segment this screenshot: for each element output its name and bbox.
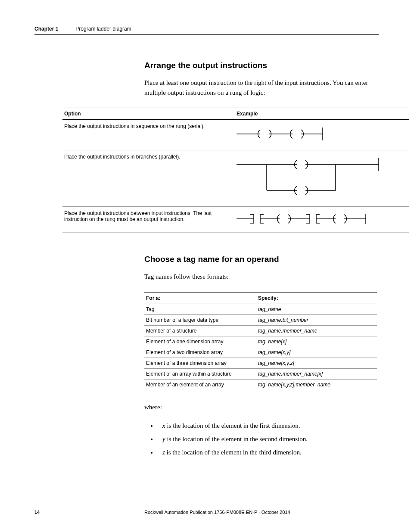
table-row: Member of an element of an arraytag_name… — [144, 379, 377, 390]
option-parallel: Place the output instructions in branche… — [62, 150, 235, 207]
section-heading-tagname: Choose a tag name for an operand — [144, 255, 379, 264]
th-for: For a: — [144, 292, 256, 304]
chapter-label: Chapter 1 — [34, 26, 58, 32]
where-label: where: — [144, 402, 379, 412]
section1-intro: Place at least one output instruction to… — [144, 78, 379, 97]
table-row: Place the output instructions in sequenc… — [62, 120, 409, 150]
publication-id: Rockwell Automation Publication 1756-PM0… — [144, 510, 290, 515]
th-option: Option — [62, 108, 235, 120]
section-heading-arrange: Arrange the output instructions — [144, 61, 379, 70]
table-row: Bit number of a larger data typetag_name… — [144, 314, 377, 325]
table-row: Element of a two dimension arraytag_name… — [144, 347, 377, 358]
th-example: Example — [235, 108, 409, 120]
chapter-title: Program ladder diagram — [75, 26, 131, 32]
page-header: Chapter 1 Program ladder diagram — [34, 26, 379, 35]
where-bullets: x is the location of the element in the … — [157, 422, 379, 456]
example-serial-diagram — [235, 120, 409, 150]
page-number: 14 — [34, 510, 144, 515]
table-row: Place the output instructions in branche… — [62, 150, 409, 207]
page-footer: 14 Rockwell Automation Publication 1756-… — [34, 510, 379, 515]
example-between-diagram — [235, 207, 409, 233]
table-row: Place the output instructions between in… — [62, 207, 409, 233]
bullet-y: y is the location of the element in the … — [157, 436, 379, 443]
option-serial: Place the output instructions in sequenc… — [62, 120, 235, 150]
table-row: Element of a three dimension arraytag_na… — [144, 358, 377, 368]
table-row: Element of an array within a structureta… — [144, 368, 377, 379]
bullet-x: x is the location of the element in the … — [157, 422, 379, 429]
table-row: Tagtag_name — [144, 304, 377, 314]
tagname-table: For a: Specify: Tagtag_name Bit number o… — [144, 292, 377, 390]
section2-intro: Tag names follow these formats: — [144, 272, 379, 282]
option-between: Place the output instructions between in… — [62, 207, 235, 233]
output-instructions-table: Option Example Place the output instruct… — [62, 108, 409, 233]
example-parallel-diagram — [235, 150, 409, 207]
th-specify: Specify: — [256, 292, 377, 304]
table-row: Member of a structuretag_name.member_nam… — [144, 325, 377, 336]
bullet-z: z is the location of the element in the … — [157, 449, 379, 456]
table-row: Element of a one dimension arraytag_name… — [144, 336, 377, 347]
